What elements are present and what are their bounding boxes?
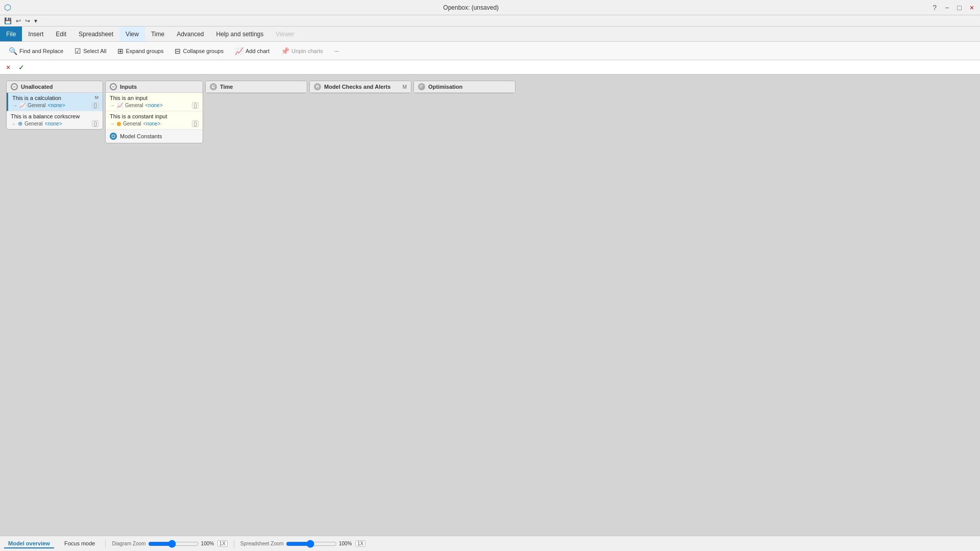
menu-insert[interactable]: Insert	[22, 27, 50, 41]
find-replace-label: Find and Replace	[19, 48, 63, 54]
collapse-groups-button[interactable]: ⊟ Collapse groups	[170, 45, 228, 57]
menu-viewer: Viewer	[270, 27, 300, 41]
model-checks-title: Model Checks and Alerts	[324, 84, 400, 90]
formula-bar: × ✓	[0, 60, 980, 74]
calc-name: This is a calculation M	[12, 95, 99, 101]
select-all-icon: ☑	[75, 47, 81, 55]
undo-button[interactable]: ↩	[15, 17, 22, 24]
const1-category: General	[123, 121, 141, 127]
help-button[interactable]: ?	[930, 4, 939, 12]
save-button[interactable]: 💾	[3, 17, 13, 24]
chart-icon: 📈	[235, 47, 243, 55]
time-collapse-icon[interactable]	[210, 83, 217, 90]
menu-edit[interactable]: Edit	[50, 27, 72, 41]
svg-point-1	[112, 135, 114, 137]
menu-help[interactable]: Help and settings	[210, 27, 270, 41]
inputs-panel: Inputs This is an input → 📈 General <non…	[105, 81, 203, 143]
spreadsheet-zoom-slider[interactable]	[286, 540, 337, 548]
add-chart-label: Add chart	[246, 48, 270, 54]
find-replace-button[interactable]: 🔍 Find and Replace	[4, 45, 68, 57]
status-bar: Model overview Focus mode Diagram Zoom 1…	[0, 536, 980, 551]
minimize-button[interactable]: −	[943, 4, 951, 12]
unallocated-column: Unallocated This is a calculation M → 📈 …	[6, 81, 103, 130]
input1-format-btn[interactable]: {}	[192, 102, 199, 109]
unallocated-balance-item[interactable]: This is a balance corkscrew → ⊕ General …	[7, 111, 103, 129]
balance-arrow: →	[11, 121, 16, 127]
balance-format-btn[interactable]: {}	[92, 120, 99, 127]
calc-type-icon: 📈	[19, 103, 26, 108]
calc-badge: M	[95, 95, 99, 100]
unallocated-collapse-icon[interactable]	[11, 83, 18, 90]
unallocated-calc-item[interactable]: This is a calculation M → 📈 General <non…	[7, 93, 103, 111]
calc-format-btn[interactable]: {}	[92, 102, 99, 109]
input1-category: General	[125, 103, 143, 108]
optimisation-header[interactable]: ◎ Optimisation	[414, 81, 515, 93]
calc-details: → 📈 General <none> {}	[12, 102, 99, 109]
redo-button[interactable]: ↪	[24, 17, 31, 24]
checks-collapse-icon[interactable]: ✓	[314, 83, 321, 90]
app-icon: ⬡	[4, 3, 11, 12]
quick-access-toolbar: 💾 ↩ ↪ ▾	[0, 15, 980, 27]
inputs-column: Inputs This is an input → 📈 General <non…	[105, 81, 203, 143]
input1-item[interactable]: This is an input → 📈 General <none> {}	[106, 93, 203, 111]
time-title: Time	[220, 84, 303, 90]
unpin-charts-button[interactable]: 📌 Unpin charts	[276, 45, 328, 57]
const1-item[interactable]: This is a constant input → General <none…	[106, 111, 203, 130]
model-constants-item[interactable]: Model Constants	[106, 130, 203, 143]
collapse-icon: ⊟	[175, 47, 181, 55]
spreadsheet-zoom-reset[interactable]: 1X	[355, 540, 365, 547]
close-button[interactable]: ×	[968, 4, 976, 12]
inputs-collapse-icon[interactable]	[110, 83, 117, 90]
diagram-zoom-label: Diagram Zoom	[112, 541, 145, 546]
main-content: Unallocated This is a calculation M → 📈 …	[0, 74, 980, 536]
optimisation-panel: ◎ Optimisation	[413, 81, 516, 93]
quick-access-dropdown[interactable]: ▾	[33, 17, 38, 24]
time-column: Time	[205, 81, 307, 93]
menu-view[interactable]: View	[119, 27, 145, 41]
select-all-button[interactable]: ☑ Select All	[70, 45, 111, 57]
balance-value: <none>	[45, 121, 62, 127]
search-icon: 🔍	[9, 47, 17, 55]
confirm-formula-button[interactable]: ✓	[16, 64, 27, 71]
input1-type-icon: 📈	[117, 103, 123, 108]
tab-model-overview[interactable]: Model overview	[4, 539, 54, 548]
optimisation-column: ◎ Optimisation	[413, 81, 516, 93]
restore-button[interactable]: □	[955, 4, 963, 12]
svg-text:✓: ✓	[316, 86, 319, 89]
cancel-formula-button[interactable]: ×	[4, 64, 12, 71]
model-checks-badge: M	[403, 84, 407, 90]
balance-type-icon: ⊕	[18, 120, 22, 127]
diagram-zoom-reset[interactable]: 1X	[217, 540, 228, 547]
title-bar-left: ⬡	[4, 3, 11, 12]
diagram-zoom-value: 100%	[201, 541, 215, 546]
collapse-groups-label: Collapse groups	[183, 48, 224, 54]
calc-arrow: →	[12, 103, 17, 108]
menu-spreadsheet[interactable]: Spreadsheet	[72, 27, 119, 41]
menu-advanced[interactable]: Advanced	[170, 27, 210, 41]
expand-groups-button[interactable]: ⊞ Expand groups	[113, 45, 168, 57]
const1-value: <none>	[143, 121, 161, 127]
unallocated-header[interactable]: Unallocated	[7, 81, 103, 93]
input1-arrow: →	[110, 103, 115, 108]
unpin-charts-label: Unpin charts	[291, 48, 323, 54]
expand-icon: ⊞	[117, 47, 124, 55]
tab-focus-mode[interactable]: Focus mode	[60, 539, 100, 548]
calc-value: <none>	[48, 103, 65, 108]
menu-time[interactable]: Time	[145, 27, 170, 41]
model-checks-header[interactable]: ✓ Model Checks and Alerts M	[310, 81, 411, 93]
more-button[interactable]: ···	[330, 46, 344, 56]
add-chart-button[interactable]: 📈 Add chart	[230, 45, 274, 57]
time-panel: Time	[205, 81, 307, 93]
spreadsheet-zoom-label: Spreadsheet Zoom	[240, 541, 284, 546]
title-bar: ⬡ Openbox: (unsaved) ? − □ ×	[0, 0, 980, 15]
title-bar-title: Openbox: (unsaved)	[11, 4, 930, 11]
model-checks-column: ✓ Model Checks and Alerts M	[309, 81, 411, 93]
time-header[interactable]: Time	[206, 81, 307, 93]
const1-format-btn[interactable]: {}	[192, 120, 199, 127]
opt-collapse-icon[interactable]: ◎	[418, 83, 425, 90]
inputs-header[interactable]: Inputs	[106, 81, 203, 93]
menu-bar: File Insert Edit Spreadsheet View Time A…	[0, 27, 980, 42]
diagram-zoom-slider[interactable]	[148, 540, 199, 548]
model-checks-panel: ✓ Model Checks and Alerts M	[309, 81, 411, 93]
menu-file[interactable]: File	[0, 27, 22, 41]
